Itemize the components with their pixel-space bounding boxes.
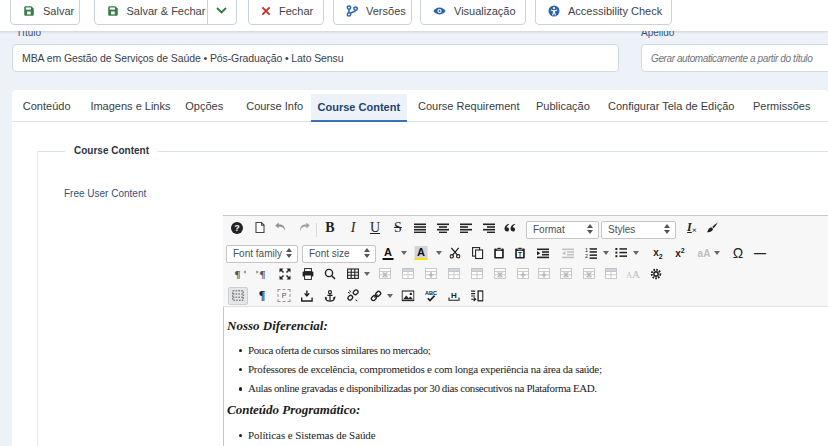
svg-text:2: 2 [585, 253, 588, 259]
svg-text:¶: ¶ [234, 268, 240, 279]
svg-text:1: 1 [585, 247, 588, 253]
svg-text:ABC: ABC [425, 290, 437, 296]
svg-text:H: H [451, 290, 457, 299]
svg-text:T: T [518, 250, 522, 257]
svg-text:¶: ¶ [259, 268, 265, 279]
